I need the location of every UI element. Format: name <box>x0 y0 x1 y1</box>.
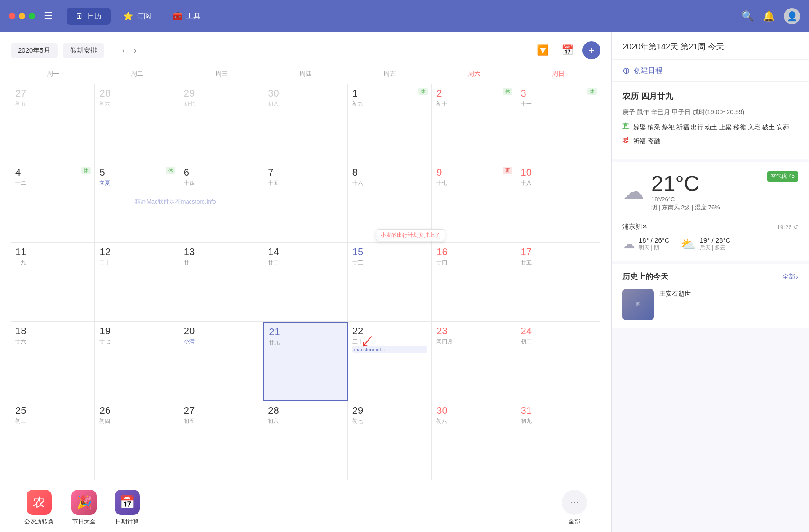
tab-calendar[interactable]: 🗓 日历 <box>67 8 111 25</box>
table-row[interactable]: 21 廿九 ↓ <box>263 322 347 400</box>
table-row[interactable]: 29初七 <box>348 401 432 480</box>
app-jieri[interactable]: 🎉 节日大全 <box>71 490 97 526</box>
table-row[interactable]: 6十四 <box>179 163 263 242</box>
table-row[interactable]: 7十五 <box>263 163 347 242</box>
today-info: 2020年第142天 第21周 今天 <box>612 32 809 59</box>
cal-lunar: 初六 <box>99 100 174 108</box>
minimize-button[interactable] <box>19 13 25 19</box>
cal-day: 17 <box>521 246 596 258</box>
cal-day: 19 <box>99 325 174 337</box>
app-riqi[interactable]: 📅 日期计算 <box>115 490 140 526</box>
table-row[interactable]: 1初九休 <box>348 84 432 163</box>
table-row[interactable]: 3十一休 <box>516 84 600 163</box>
riqi-label: 日期计算 <box>116 518 139 526</box>
weekday-sat: 周六 <box>432 68 516 82</box>
cal-day: 2 <box>436 88 511 99</box>
create-event-btn[interactable]: ⊕ 创建日程 <box>612 60 809 82</box>
table-row[interactable]: 22 三十 macstore.inf... <box>348 322 432 400</box>
table-row[interactable]: 20小满 <box>179 322 263 400</box>
next-month-btn[interactable]: › <box>130 44 140 57</box>
menu-icon[interactable]: ☰ <box>44 10 53 22</box>
chevron-right-icon: › <box>796 273 798 280</box>
cal-day: 29 <box>184 88 258 99</box>
add-event-btn[interactable]: + <box>582 41 600 59</box>
cal-lunar: 十七 <box>436 179 511 187</box>
weather-aqi: 空气优 45 <box>767 171 798 182</box>
weekday-thu: 周四 <box>263 68 347 82</box>
table-row[interactable]: 16廿四 <box>432 243 516 321</box>
weekday-fri: 周五 <box>348 68 432 82</box>
cal-week-4: 18廿六 19廿七 20小满 21 廿九 ↓ 22 三十 macstore.in… <box>11 321 600 400</box>
table-row[interactable]: 27初五 <box>11 84 95 163</box>
close-button[interactable] <box>9 13 15 19</box>
cal-day: 18 <box>15 325 90 337</box>
cal-lunar: 初二 <box>521 338 596 346</box>
tools-tab-icon: 🧰 <box>173 11 182 21</box>
history-more-label: 全部 <box>782 273 795 281</box>
forecast-desc-1: 明天 | 阴 <box>639 244 670 252</box>
cal-grid: 周一 周二 周三 周四 周五 周六 周日 27初五 28初六 29初七 30初八… <box>11 68 600 483</box>
table-row[interactable]: 31初九 <box>516 401 600 480</box>
subscribe-tab-icon: ⭐ <box>123 11 133 21</box>
table-row[interactable]: 5立夏休 <box>95 163 179 242</box>
app-nong[interactable]: 农 公农历转换 <box>24 490 53 526</box>
table-row[interactable]: 18廿六 <box>11 322 95 400</box>
cal-day: 23 <box>436 325 511 337</box>
maximize-button[interactable] <box>29 13 35 19</box>
cal-day: 16 <box>436 246 511 258</box>
tab-tools[interactable]: 🧰 工具 <box>164 8 209 25</box>
list-item[interactable]: 图 王安石逝世 <box>622 289 798 320</box>
filter-btn[interactable]: 🔽 <box>533 43 552 58</box>
cal-lunar: 初三 <box>15 417 90 425</box>
prev-month-btn[interactable]: ‹ <box>119 44 129 57</box>
table-row[interactable]: 17廿五 <box>516 243 600 321</box>
cal-lunar: 十四 <box>184 179 258 187</box>
table-row[interactable]: 13廿一 <box>179 243 263 321</box>
table-row[interactable]: 15 廿三 小麦的出行计划安排上了 <box>348 243 432 321</box>
table-row[interactable]: 24初二 <box>516 322 600 400</box>
cal-day: 14 <box>268 246 342 258</box>
table-row[interactable]: 28初六 <box>95 84 179 163</box>
weekday-mon: 周一 <box>11 68 95 82</box>
table-row[interactable]: 4十二休 <box>11 163 95 242</box>
table-row[interactable]: 14廿二 <box>263 243 347 321</box>
cal-toolbar: 2020年5月 假期安排 ‹ › 🔽 📅 + <box>11 41 600 59</box>
table-row[interactable]: 26初四 <box>95 401 179 480</box>
table-row[interactable]: 23闰四月 <box>432 322 516 400</box>
tab-subscribe[interactable]: ⭐ 订阅 <box>114 8 160 25</box>
table-row[interactable]: 25初三 <box>11 401 95 480</box>
table-row[interactable]: 12二十 <box>95 243 179 321</box>
holiday-btn[interactable]: 假期安排 <box>63 43 104 58</box>
notification-icon[interactable]: 🔔 <box>763 10 775 22</box>
tools-tab-label: 工具 <box>186 12 200 21</box>
weather-section: ☁ 21°C 18°/26°C 阴 | 东南风 2级 | 湿度 76% 空气优 … <box>612 162 809 261</box>
table-row[interactable]: 29初七 <box>179 84 263 163</box>
table-row[interactable]: 11十九 <box>11 243 95 321</box>
cal-day: 31 <box>521 405 596 417</box>
cal-lunar: 廿四 <box>436 259 511 266</box>
search-icon[interactable]: 🔍 <box>742 10 754 22</box>
jieri-label: 节日大全 <box>72 518 96 526</box>
table-row[interactable]: 28初六 <box>263 401 347 480</box>
forecast-sun-cloud-icon: ⛅ <box>680 237 696 252</box>
cal-day: 27 <box>184 405 258 417</box>
avatar[interactable]: 👤 <box>784 8 800 24</box>
table-row[interactable]: 30初八 <box>263 84 347 163</box>
table-row[interactable]: 27初五 <box>179 401 263 480</box>
table-row[interactable]: 30初八 <box>432 401 516 480</box>
table-row[interactable]: 2初十休 <box>432 84 516 163</box>
nong-label: 公农历转换 <box>24 518 53 526</box>
cal-lunar: 廿九 <box>269 339 342 346</box>
cal-day: 10 <box>521 167 596 178</box>
table-row[interactable]: 19廿七 <box>95 322 179 400</box>
weather-temp-group: 21°C 18°/26°C 阴 | 东南风 2级 | 湿度 76% <box>651 171 720 212</box>
history-more-btn[interactable]: 全部 › <box>782 273 798 281</box>
cal-lunar: 二十 <box>99 259 174 266</box>
view-mode-btn[interactable]: 📅 <box>558 43 577 58</box>
more-apps-btn[interactable]: ··· 全部 <box>562 490 587 526</box>
cal-day: 24 <box>521 325 596 337</box>
cal-lunar: 初九 <box>352 100 427 108</box>
month-selector[interactable]: 2020年5月 <box>11 43 58 58</box>
table-row[interactable]: 10十八 <box>516 163 600 242</box>
riqi-icon: 📅 <box>115 490 140 515</box>
